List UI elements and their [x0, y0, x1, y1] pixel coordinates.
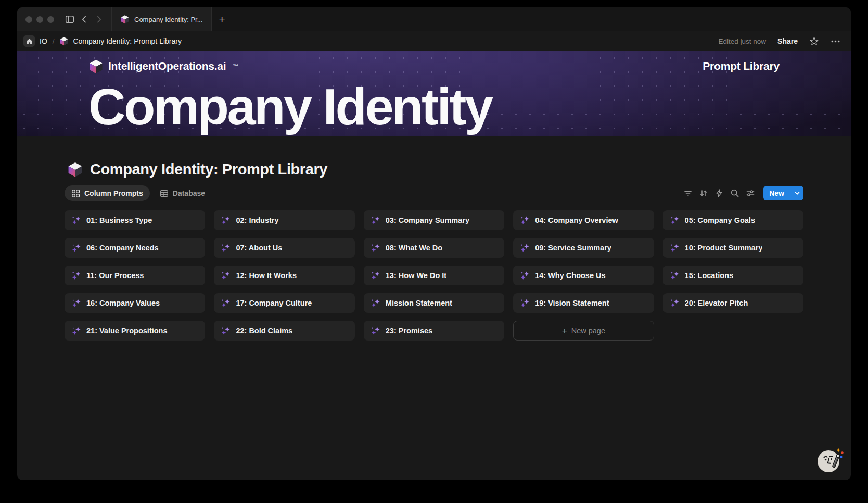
prompt-card[interactable]: 10: Product Summary: [663, 238, 803, 258]
ai-sparkle-icon: [520, 243, 530, 253]
ai-sparkle-icon: [221, 326, 231, 336]
sort-button[interactable]: [697, 186, 710, 200]
new-dropdown-button[interactable]: [790, 186, 803, 200]
prompt-card[interactable]: 13: How We Do It: [364, 266, 504, 285]
minimize-button[interactable]: [36, 16, 43, 23]
prompt-card-label: 10: Product Summary: [685, 244, 763, 252]
share-button[interactable]: Share: [777, 37, 798, 45]
back-button[interactable]: [77, 11, 92, 27]
automation-button[interactable]: [712, 186, 726, 200]
prompt-card-label: 08: What We Do: [386, 244, 442, 252]
brand-trademark: ™: [233, 63, 238, 69]
chevron-down-icon: [794, 190, 800, 196]
star-icon: [809, 36, 819, 46]
prompt-card[interactable]: 22: Bold Claims: [214, 321, 354, 341]
zoom-button[interactable]: [47, 16, 54, 23]
prompt-card[interactable]: 01: Business Type: [65, 210, 205, 230]
tab-bar: Company Identity: Pr... +: [17, 7, 851, 31]
forward-button[interactable]: [92, 11, 106, 27]
ai-sparkle-icon: [670, 243, 680, 253]
prompt-card[interactable]: 07: About Us: [214, 238, 354, 258]
filter-button[interactable]: [681, 186, 695, 200]
search-icon: [730, 188, 739, 198]
view-tab-database[interactable]: Database: [153, 185, 212, 201]
gallery-grid-icon: [71, 189, 80, 198]
prompt-card[interactable]: Mission Statement: [364, 293, 504, 313]
prompt-card[interactable]: 05: Company Goals: [663, 210, 803, 230]
prompt-card[interactable]: 23: Promises: [364, 321, 504, 341]
prompt-card[interactable]: 04: Company Overview: [513, 210, 654, 230]
plus-icon: +: [562, 326, 567, 335]
prompt-card[interactable]: 11: Our Process: [65, 266, 205, 285]
ai-sparkle-icon: [371, 216, 380, 225]
prompt-card-label: 01: Business Type: [86, 216, 152, 224]
banner: IntelligentOperations.ai ™ Prompt Librar…: [17, 51, 851, 136]
ai-sparkle-icon: [371, 326, 380, 336]
prompt-card[interactable]: 14: Why Choose Us: [513, 266, 654, 285]
prompt-card[interactable]: 15: Locations: [663, 266, 803, 285]
search-button[interactable]: [728, 186, 742, 200]
view-settings-button[interactable]: [744, 186, 757, 200]
new-page-card[interactable]: + New page: [513, 321, 654, 341]
prompt-card-label: 05: Company Goals: [685, 216, 755, 224]
prompt-card-label: 07: About Us: [236, 244, 282, 252]
prompt-grid: 01: Business Type 02: Industry 03: Compa…: [65, 210, 803, 341]
traffic-lights: [25, 16, 54, 23]
ai-sparkle-icon: [520, 216, 530, 225]
page-tab[interactable]: Company Identity: Pr...: [111, 7, 212, 31]
new-page-label: New page: [571, 326, 605, 335]
banner-headline: Company Identity: [88, 78, 780, 135]
prompt-card[interactable]: 21: Value Propositions: [65, 321, 205, 341]
new-tab-button[interactable]: +: [212, 7, 233, 31]
ai-sparkle-icon: [71, 271, 81, 281]
ai-sparkle-icon: [221, 243, 231, 253]
favorite-button[interactable]: [809, 36, 819, 46]
prompt-card[interactable]: 02: Industry: [214, 210, 354, 230]
brand-name: IntelligentOperations.ai: [108, 60, 226, 72]
prompt-card[interactable]: 09: Service Summary: [513, 238, 654, 258]
more-options-button[interactable]: [831, 36, 840, 46]
prompt-card-label: 04: Company Overview: [535, 216, 618, 224]
prompt-card-label: 06: Company Needs: [86, 244, 159, 252]
lightning-icon: [714, 188, 724, 198]
prompt-card-label: 20: Elevator Pitch: [685, 299, 748, 307]
prompt-card-label: 02: Industry: [236, 216, 278, 224]
app-window: Company Identity: Pr... + IO / Company I…: [17, 7, 851, 480]
prompt-card[interactable]: 20: Elevator Pitch: [663, 293, 803, 313]
ai-assistant-button[interactable]: [815, 446, 845, 474]
banner-corner-label: Prompt Library: [703, 60, 780, 72]
tab-title: Company Identity: Pr...: [134, 16, 203, 23]
prompt-card-label: 14: Why Choose Us: [535, 271, 605, 280]
ai-sparkle-icon: [71, 298, 81, 308]
close-button[interactable]: [25, 16, 32, 23]
edited-status: Edited just now: [719, 37, 767, 45]
prompt-card[interactable]: 16: Company Values: [65, 293, 205, 313]
ai-sparkle-icon: [371, 298, 380, 308]
prompt-card[interactable]: 19: Vision Statement: [513, 293, 654, 313]
prompt-card[interactable]: 17: Company Culture: [214, 293, 354, 313]
prompt-card-label: 03: Company Summary: [386, 216, 469, 224]
page-title-icon[interactable]: [67, 161, 83, 178]
prompt-card[interactable]: 08: What We Do: [364, 238, 504, 258]
prompt-card-label: 15: Locations: [685, 271, 733, 280]
ai-sparkle-icon: [71, 243, 81, 253]
prompt-card[interactable]: 06: Company Needs: [65, 238, 205, 258]
breadcrumb-page[interactable]: Company Identity: Prompt Library: [59, 36, 182, 46]
breadcrumb-workspace[interactable]: IO: [40, 37, 47, 45]
view-tab-label: Database: [173, 189, 205, 197]
prompt-card[interactable]: 03: Company Summary: [364, 210, 504, 230]
view-tab-column-prompts[interactable]: Column Prompts: [65, 185, 150, 201]
home-button[interactable]: [23, 35, 35, 47]
sidebar-toggle-button[interactable]: [62, 11, 77, 27]
ai-sparkle-icon: [670, 298, 680, 308]
table-icon: [160, 189, 169, 198]
ai-sparkle-icon: [670, 216, 680, 225]
prompt-card-label: 21: Value Propositions: [86, 326, 168, 335]
new-button[interactable]: New: [763, 186, 790, 200]
view-toolbar: New: [681, 186, 803, 200]
prompt-card-label: 17: Company Culture: [236, 299, 312, 307]
sort-arrows-icon: [699, 188, 708, 198]
prompt-card-label: Mission Statement: [386, 299, 452, 307]
prompt-card[interactable]: 12: How It Works: [214, 266, 354, 285]
ai-sparkle-icon: [221, 298, 231, 308]
